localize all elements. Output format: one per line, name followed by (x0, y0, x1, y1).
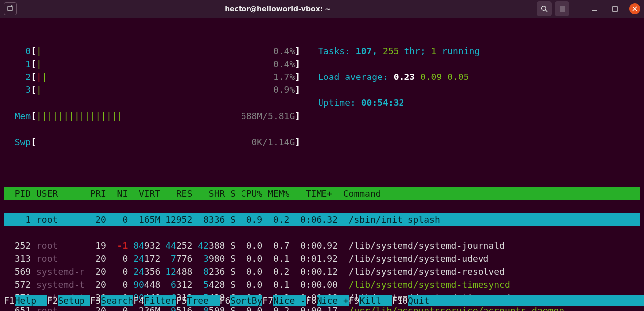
process-row-selected[interactable]: 1 root 20 0 165M 12952 8336 S 0.9 0.2 0:… (4, 213, 640, 226)
svg-rect-0 (8, 6, 12, 11)
process-row[interactable]: 569 systemd-r 20 0 24356 12488 8236 S 0.… (4, 265, 640, 278)
uptime-label: Uptime: (318, 97, 361, 108)
fkey-label: F9 (349, 295, 360, 306)
fkey-label: F1 (4, 295, 15, 306)
minimize-button[interactable] (589, 3, 600, 14)
window-title: hector@helloworld-vbox: ~ (22, 4, 534, 14)
process-row[interactable]: 313 root 20 0 24172 7776 3980 S 0.0 0.1 … (4, 252, 640, 265)
system-stats: Tasks: 107, 255 thr; 1 running Load aver… (318, 32, 480, 123)
load-5: 0.09 (420, 72, 442, 82)
tasks-count: 107 (356, 46, 372, 56)
fkey-action[interactable]: Quit (408, 295, 440, 306)
window-titlebar: hector@helloworld-vbox: ~ (0, 0, 644, 18)
fkey-label: F8 (306, 295, 317, 306)
fkey-label: F3 (90, 295, 101, 306)
load-label: Load average: (318, 72, 394, 82)
mem-used: 688M (241, 111, 262, 121)
tasks-label: Tasks: (318, 46, 356, 56)
fkey-label: F5 (176, 295, 187, 306)
fkey-action[interactable]: Nice + (317, 295, 349, 306)
running-count: 1 (431, 46, 437, 56)
fkey-label: F7 (262, 295, 273, 306)
process-table-header[interactable]: PID USER PRI NI VIRT RES SHR S CPU% MEM%… (4, 187, 640, 200)
fkey-action[interactable]: Nice - (273, 295, 306, 306)
close-button[interactable] (629, 3, 640, 14)
fkey-action[interactable]: SortBy (230, 295, 262, 306)
swp-used: 0K (252, 137, 263, 147)
swp-meter: Swp[ 0K/1.14G] (4, 136, 640, 149)
uptime-value: 00:54:32 (361, 97, 404, 108)
process-row[interactable]: 252 root 19 -1 84932 44252 42388 S 0.0 0… (4, 239, 640, 252)
svg-rect-2 (613, 7, 617, 11)
fkey-action[interactable]: Help (15, 295, 47, 306)
fkey-action[interactable]: Filter (144, 295, 176, 306)
fkey-label: F4 (133, 295, 144, 306)
fkey-action[interactable]: Search (101, 295, 133, 306)
swp-total: 1.14G (268, 137, 295, 147)
svg-point-1 (541, 6, 546, 10)
search-button[interactable] (537, 1, 552, 16)
footer-fkeys: F1Help F2Setup F3SearchF4FilterF5Tree F6… (4, 294, 640, 307)
new-tab-button[interactable] (4, 2, 17, 15)
mem-total: 5.81G (268, 111, 295, 121)
fkey-label: F6 (220, 295, 231, 306)
fkey-action[interactable]: Setup (58, 295, 90, 306)
load-1: 0.23 (394, 72, 415, 82)
maximize-button[interactable] (609, 3, 620, 14)
fkey-action[interactable]: Tree (187, 295, 220, 306)
threads-count: 255 (383, 46, 399, 56)
fkey-label: F10 (392, 295, 408, 306)
process-row[interactable]: 572 systemd-t 20 0 90448 6312 5428 S 0.0… (4, 278, 640, 291)
load-15: 0.05 (447, 72, 469, 82)
fkey-label: F2 (47, 295, 58, 306)
hamburger-menu-button[interactable] (555, 1, 569, 16)
fkey-action[interactable]: Kill (359, 295, 392, 306)
mem-bars: |||||||||||||||| (36, 111, 122, 121)
